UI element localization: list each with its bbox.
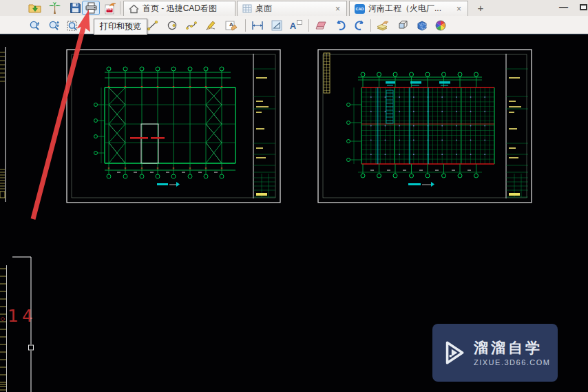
tab-document[interactable]: CAD 河南工程（火电厂... × — [349, 1, 468, 16]
sheet-number-label: 14 — [8, 306, 36, 326]
save-icon — [70, 2, 81, 14]
pdf-label: PDF — [105, 7, 112, 11]
solid-3d-icon — [415, 19, 428, 32]
text-box-icon — [297, 20, 302, 25]
text-a-label: A — [290, 21, 296, 31]
pencil-icon — [204, 19, 217, 32]
stamp-a-label: A — [229, 21, 233, 28]
text-tool-button[interactable]: A — [288, 18, 304, 33]
circle-tool-button[interactable] — [164, 18, 180, 33]
export-pdf-button[interactable]: PDF — [101, 1, 119, 15]
insert-image-button[interactable] — [45, 1, 63, 15]
grid-icon — [242, 4, 252, 13]
color-wheel-icon — [434, 19, 447, 32]
undo-button[interactable] — [332, 18, 348, 33]
line-tool-icon — [147, 19, 159, 32]
print-button[interactable] — [82, 1, 100, 15]
minimize-button[interactable]: — — [559, 1, 568, 12]
wireframe-cube-icon — [396, 19, 409, 32]
new-tab-button[interactable]: + — [473, 1, 488, 14]
separator — [370, 19, 371, 32]
tab-document-close-icon[interactable]: × — [455, 4, 463, 14]
layers-button[interactable] — [375, 18, 391, 33]
titlebar: PDF 首页 - 迅捷CAD看图 桌面 × CAD 河南工程（火电厂... × … — [0, 0, 588, 16]
watermark-title: 溜溜自学 — [474, 339, 550, 357]
wireframe-cube-button[interactable] — [394, 18, 410, 33]
measure-length-icon — [251, 19, 264, 32]
layers-icon — [376, 19, 390, 32]
open-file-button[interactable] — [25, 1, 43, 15]
zoom-window-button[interactable] — [65, 18, 81, 33]
color-wheel-button[interactable] — [432, 18, 449, 33]
tab-desktop[interactable]: 桌面 × — [237, 1, 347, 16]
zoom-window-icon — [67, 19, 80, 32]
undo-icon — [334, 19, 347, 32]
freehand-tool-button[interactable] — [202, 18, 219, 33]
drawing-toolbar: A A — [0, 16, 588, 35]
eraser-button[interactable] — [313, 18, 329, 33]
separator — [120, 1, 120, 14]
app-window: 14 溜溜自学 ZIXUE.3D66.COM — [0, 0, 588, 392]
zoom-icon — [48, 19, 61, 32]
eraser-icon — [315, 19, 328, 32]
cad-doc-icon: CAD — [355, 4, 365, 14]
palm-tree-icon — [48, 2, 61, 14]
measure-area-button[interactable] — [269, 18, 285, 33]
spline-tool-button[interactable] — [183, 18, 200, 33]
measure-length-button[interactable] — [249, 18, 266, 33]
stamp-text-button[interactable]: A — [223, 18, 240, 33]
watermark-site: ZIXUE.3D66.COM — [474, 358, 550, 367]
home-icon — [129, 4, 139, 14]
spline-tool-icon — [185, 19, 198, 32]
pan-icon — [28, 19, 41, 32]
tab-document-label: 河南工程（火电厂... — [368, 3, 441, 14]
zoom-button[interactable] — [45, 18, 62, 33]
tab-desktop-label: 桌面 — [255, 3, 272, 14]
watermark: 溜溜自学 ZIXUE.3D66.COM — [432, 324, 558, 382]
tab-home-label: 首页 - 迅捷CAD看图 — [143, 3, 217, 14]
redo-button[interactable] — [351, 18, 368, 33]
print-tooltip: 打印和预览 — [94, 19, 147, 35]
separator — [308, 19, 309, 32]
play-logo-icon — [439, 338, 468, 367]
solid-3d-button[interactable] — [413, 18, 430, 33]
circle-tool-icon — [166, 19, 178, 32]
tab-desktop-close-icon[interactable]: × — [334, 4, 342, 14]
separator — [245, 19, 246, 32]
maximize-button[interactable] — [580, 4, 587, 10]
pan-button[interactable] — [26, 18, 43, 33]
print-icon — [85, 2, 98, 14]
measure-area-icon — [271, 19, 284, 32]
tab-home[interactable]: 首页 - 迅捷CAD看图 — [123, 1, 235, 16]
open-folder-icon — [28, 2, 41, 14]
redo-icon — [353, 19, 366, 32]
